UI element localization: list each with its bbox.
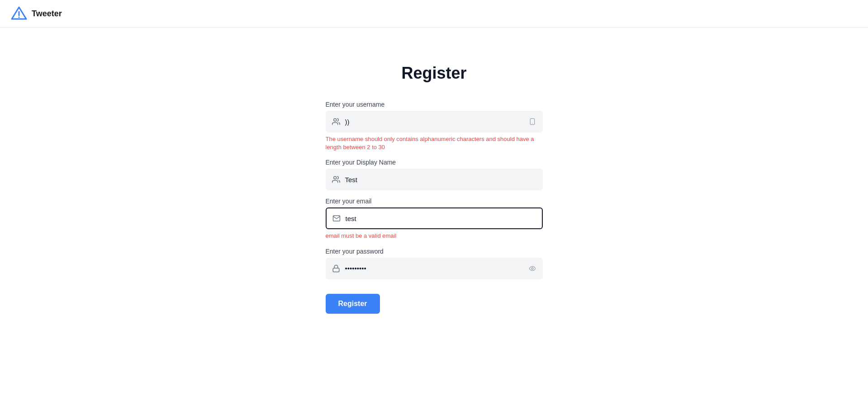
page-title: Register xyxy=(401,64,466,83)
username-input-wrapper xyxy=(326,111,543,132)
svg-point-6 xyxy=(333,177,336,179)
username-label: Enter your username xyxy=(326,101,543,108)
email-icon xyxy=(332,214,341,223)
display-name-input-wrapper xyxy=(326,169,543,190)
svg-point-8 xyxy=(531,268,533,269)
register-button[interactable]: Register xyxy=(326,294,380,314)
display-name-group: Enter your Display Name xyxy=(326,159,543,190)
password-icon xyxy=(332,264,341,273)
email-error: email must be a valid email xyxy=(326,232,543,240)
app-name-label: Tweeter xyxy=(32,9,62,19)
username-icon xyxy=(332,117,341,126)
display-name-label: Enter your Display Name xyxy=(326,159,543,166)
password-input-wrapper xyxy=(326,258,543,279)
email-group: Enter your email email must be a valid e… xyxy=(326,198,543,240)
header: Tweeter xyxy=(0,0,868,28)
display-name-icon xyxy=(332,175,341,184)
email-input-wrapper xyxy=(326,207,543,229)
username-group: Enter your username xyxy=(326,101,543,151)
register-form: Enter your username xyxy=(326,101,543,314)
app-logo xyxy=(11,5,27,22)
svg-rect-7 xyxy=(333,268,339,272)
password-group: Enter your password xyxy=(326,248,543,279)
password-input[interactable] xyxy=(345,264,528,272)
svg-point-3 xyxy=(333,118,336,121)
password-toggle-icon[interactable] xyxy=(528,264,537,273)
email-label: Enter your email xyxy=(326,198,543,205)
username-error: The username should only contains alphan… xyxy=(326,135,543,151)
username-clear-icon[interactable] xyxy=(528,117,537,126)
username-input[interactable] xyxy=(345,118,528,126)
svg-point-2 xyxy=(19,17,20,18)
password-label: Enter your password xyxy=(326,248,543,255)
display-name-input[interactable] xyxy=(345,176,537,184)
email-input[interactable] xyxy=(346,215,536,222)
main-content: Register Enter your username xyxy=(0,28,868,314)
